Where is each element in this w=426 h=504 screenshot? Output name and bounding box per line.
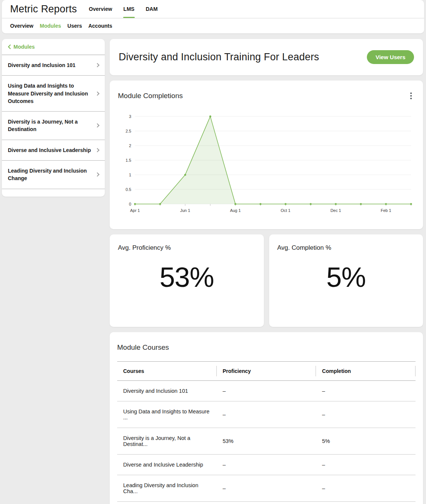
svg-text:Oct 1: Oct 1 <box>281 208 290 213</box>
svg-text:Dec 1: Dec 1 <box>331 208 341 213</box>
chevron-right-icon <box>95 148 99 152</box>
table-row: Diverse and Inclusive Leadership – – <box>117 455 416 475</box>
app-title: Metric Reports <box>9 3 77 15</box>
svg-text:2: 2 <box>129 143 131 148</box>
svg-text:1: 1 <box>129 173 131 177</box>
primary-tabs: Overview LMS DAM <box>89 0 158 18</box>
sidebar-item-inclusive-leadership[interactable]: Diverse and Inclusive Leadership <box>2 140 105 161</box>
table-row: Diversity is a Journey, Not a Destinat..… <box>117 428 416 455</box>
avg-completion-label: Avg. Completion % <box>277 244 415 252</box>
sidebar-item-label: Using Data and Insights to Measure Diver… <box>8 82 92 105</box>
avg-proficiency-label: Avg. Proficiency % <box>118 244 256 252</box>
proficiency-cell: – <box>217 401 316 428</box>
avg-completion-card: Avg. Completion % 5% <box>269 234 423 327</box>
main-column: Diversity and Inclusion Training For Lea… <box>110 39 423 504</box>
sidebar-item-label: Diversity and Inclusion 101 <box>8 61 92 69</box>
course-name-cell: Diversity and Inclusion 101 <box>117 381 217 401</box>
back-link-label: Modules <box>13 44 35 50</box>
course-name-cell: Diverse and Inclusive Leadership <box>117 455 217 475</box>
header-primary-row: Metric Reports Overview LMS DAM <box>2 0 424 18</box>
chevron-right-icon <box>95 63 99 67</box>
svg-text:Apr 1: Apr 1 <box>130 208 140 213</box>
tab-overview[interactable]: Overview <box>89 0 112 18</box>
module-completions-card: Module Completions 00.511.522.53Apr 1Jun… <box>110 81 423 229</box>
subnav-accounts[interactable]: Accounts <box>88 23 112 29</box>
table-row: Leading Diversity and Inclusion Cha... –… <box>117 475 416 502</box>
column-header-courses: Courses <box>117 362 217 381</box>
avg-completion-value: 5% <box>277 261 415 293</box>
completions-chart: 00.511.522.53Apr 1Jun 1Aug 1Oct 1Dec 1Fe… <box>118 111 415 219</box>
svg-text:2.5: 2.5 <box>126 129 131 133</box>
sidebar-item-label: Leading Diversity and Inclusion Change <box>8 167 92 182</box>
proficiency-cell: – <box>217 475 316 502</box>
sidebar-item-label: Diversity is a Journey, Not a Destinatio… <box>8 118 92 133</box>
module-title-card: Diversity and Inclusion Training For Lea… <box>110 39 423 75</box>
kpi-row: Avg. Proficiency % 53% Avg. Completion %… <box>110 234 423 327</box>
chevron-right-icon <box>95 124 99 128</box>
svg-text:Feb 1: Feb 1 <box>381 208 391 213</box>
course-name-cell: Leading Diversity and Inclusion Cha... <box>117 475 217 502</box>
svg-text:0: 0 <box>129 202 131 206</box>
completion-cell: – <box>316 401 416 428</box>
column-header-completion: Completion <box>316 362 416 381</box>
sidebar-item-journey[interactable]: Diversity is a Journey, Not a Destinatio… <box>2 112 105 140</box>
modules-back-link[interactable]: Modules <box>2 39 105 55</box>
completions-card-header: Module Completions <box>118 90 415 101</box>
kebab-menu-icon[interactable] <box>407 90 415 101</box>
page-title: Diversity and Inclusion Training For Lea… <box>119 51 319 63</box>
subnav-users[interactable]: Users <box>67 23 82 29</box>
sidebar-item-diversity-101[interactable]: Diversity and Inclusion 101 <box>2 55 105 76</box>
avg-proficiency-card: Avg. Proficiency % 53% <box>110 234 264 327</box>
table-row: Using Data and Insights to Measure ... –… <box>117 401 416 428</box>
modules-sidebar: Modules Diversity and Inclusion 101 Usin… <box>2 39 105 197</box>
courses-table: Courses Proficiency Completion Diversity… <box>117 361 416 502</box>
app-header: Metric Reports Overview LMS DAM Overview… <box>2 0 424 33</box>
svg-text:Jun 1: Jun 1 <box>180 208 190 213</box>
proficiency-cell: – <box>217 381 316 401</box>
sidebar-item-leading-change[interactable]: Leading Diversity and Inclusion Change <box>2 161 105 189</box>
completions-chart-area: 00.511.522.53Apr 1Jun 1Aug 1Oct 1Dec 1Fe… <box>118 111 415 219</box>
completion-cell: – <box>316 381 416 401</box>
completions-card-title: Module Completions <box>118 92 183 100</box>
header-subnav-row: Overview Modules Users Accounts <box>2 18 424 33</box>
courses-card-title: Module Courses <box>117 343 416 352</box>
completion-cell: – <box>316 475 416 502</box>
sidebar-item-label: Diverse and Inclusive Leadership <box>8 146 92 154</box>
completion-cell: – <box>316 455 416 475</box>
avg-proficiency-value: 53% <box>118 261 256 293</box>
svg-text:0.5: 0.5 <box>126 187 131 192</box>
svg-text:Aug 1: Aug 1 <box>230 208 241 213</box>
module-courses-card: Module Courses Courses Proficiency Compl… <box>110 332 423 504</box>
table-row: Diversity and Inclusion 101 – – <box>117 381 416 401</box>
subnav-overview[interactable]: Overview <box>10 23 33 29</box>
subnav-modules[interactable]: Modules <box>40 23 61 29</box>
svg-text:1.5: 1.5 <box>126 158 131 163</box>
svg-text:3: 3 <box>129 114 131 119</box>
tab-dam[interactable]: DAM <box>146 0 158 18</box>
sidebar-item-using-data[interactable]: Using Data and Insights to Measure Diver… <box>2 76 105 112</box>
tab-lms[interactable]: LMS <box>124 0 135 18</box>
course-name-cell: Diversity is a Journey, Not a Destinat..… <box>117 428 217 455</box>
course-name-cell: Using Data and Insights to Measure ... <box>117 401 217 428</box>
chevron-right-icon <box>95 173 99 177</box>
chevron-left-icon <box>8 45 11 49</box>
chevron-right-icon <box>95 91 99 95</box>
column-header-proficiency: Proficiency <box>217 362 316 381</box>
proficiency-cell: – <box>217 455 316 475</box>
completion-cell: 5% <box>316 428 416 455</box>
view-users-button[interactable]: View Users <box>367 50 414 64</box>
courses-table-header-row: Courses Proficiency Completion <box>117 362 416 381</box>
proficiency-cell: 53% <box>217 428 316 455</box>
page-content: Modules Diversity and Inclusion 101 Usin… <box>0 33 426 504</box>
